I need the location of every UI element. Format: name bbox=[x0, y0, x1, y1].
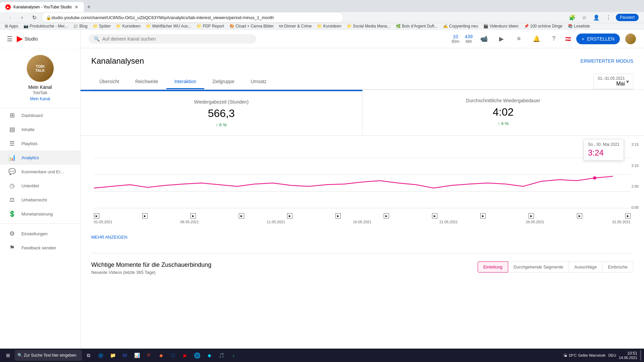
video-marker-5[interactable]: ▶ bbox=[287, 213, 292, 219]
bookmark-blog[interactable]: 📰 Blog bbox=[71, 23, 89, 29]
video-marker-9[interactable]: ▶ bbox=[480, 213, 486, 219]
search-input[interactable] bbox=[102, 36, 251, 42]
bookmark-cload[interactable]: 🎨 Cload + Canva Bilder bbox=[227, 23, 276, 29]
bookmark-copywriting[interactable]: ✍ Copywriting neu bbox=[441, 23, 480, 29]
video-marker-8[interactable]: ▶ bbox=[432, 213, 437, 219]
app7-taskbar-button[interactable]: ▶ bbox=[180, 350, 191, 361]
mehr-anzeigen-link[interactable]: MEHR ANZEIGEN bbox=[91, 229, 633, 245]
video-marker-3[interactable]: ▶ bbox=[191, 213, 196, 219]
help-button[interactable]: ? bbox=[548, 33, 560, 45]
sidebar: ☰ ▶ Studio TOBITALK Mein Kanal TobiTalk … bbox=[0, 29, 80, 362]
bookmark-leseliste[interactable]: 📚 Leseliste bbox=[566, 23, 592, 29]
top-bar-right: 10 60m 439 48h 📹 ▶ ≡ 🔔 ? 🇦🇹 + bbox=[451, 33, 636, 45]
tab-zielgruppe[interactable]: Zielgruppe bbox=[204, 75, 243, 89]
tab-umsatz[interactable]: Umsatz bbox=[243, 75, 274, 89]
page-title: Kanalanalysen bbox=[91, 56, 144, 66]
app6-taskbar-button[interactable]: ⬡ bbox=[168, 350, 178, 361]
bookmark-100[interactable]: 📌 100 schöne Dinge bbox=[522, 23, 565, 29]
go-live-button[interactable]: ▶ bbox=[495, 33, 507, 45]
word-taskbar-button[interactable]: W bbox=[119, 350, 130, 361]
profile-button[interactable]: 👤 bbox=[592, 13, 601, 22]
tab-ubersicht[interactable]: Übersicht bbox=[91, 75, 127, 89]
new-tab-button[interactable]: + bbox=[84, 2, 94, 12]
bookmark-apps[interactable]: ⊞ Apps bbox=[3, 23, 20, 29]
sidebar-item-kommentare[interactable]: 💬 Kommentare und Er... bbox=[0, 165, 80, 179]
stat-item-2: 439 48h bbox=[465, 34, 473, 44]
edge-taskbar-button[interactable]: ⊕ bbox=[95, 350, 106, 361]
metric-card-wiedergabezeit[interactable]: Wiedergabezeit (Stunden) 566,3 ↑ 6 % bbox=[80, 90, 363, 135]
extensions-button[interactable]: 🧩 bbox=[568, 13, 577, 22]
explorer-taskbar-button[interactable]: 📁 bbox=[107, 350, 118, 361]
channel-name: Mein Kanal bbox=[28, 84, 52, 90]
bookmark-spaeter[interactable]: 📁 Später bbox=[91, 23, 113, 29]
powerpoint-taskbar-button[interactable]: P bbox=[144, 350, 154, 361]
metric-card-wiedergabedauer[interactable]: Durchschnittliche Wiedergabedauer 4:02 ↑… bbox=[363, 90, 644, 135]
sidebar-item-feedback[interactable]: ⚑ Feedback senden bbox=[0, 241, 80, 255]
channel-link[interactable]: Mein Kanal bbox=[30, 97, 50, 101]
sidebar-item-inhalte[interactable]: ▤ Inhalte bbox=[0, 122, 80, 136]
task-view-button[interactable]: ⧉ bbox=[83, 350, 94, 361]
excel-taskbar-button[interactable]: 📊 bbox=[131, 350, 142, 361]
bookmark-kursideen2[interactable]: 📁 Kursideen bbox=[315, 23, 343, 29]
moment-tab-einleitung[interactable]: Einleitung bbox=[478, 261, 508, 273]
post-button[interactable]: ≡ bbox=[513, 33, 525, 45]
video-marker-12[interactable]: ▶ bbox=[625, 213, 631, 219]
back-button[interactable]: ‹ bbox=[5, 13, 15, 22]
search-taskbar-button[interactable]: 🔍 Zur Suche Text hier eingeben bbox=[15, 350, 82, 361]
browser-tab[interactable]: ▶ Kanalanalysen - YouTube Studio ✕ bbox=[0, 2, 84, 12]
bookmark-bois[interactable]: 🌿 Bois d'Argent Duft... bbox=[394, 23, 440, 29]
video-marker-11[interactable]: ▶ bbox=[577, 213, 582, 219]
bookmark-social[interactable]: 📁 Social Media Mana... bbox=[345, 23, 392, 29]
show-desktop-button[interactable] bbox=[640, 350, 641, 361]
video-marker-2[interactable]: ▶ bbox=[142, 213, 148, 219]
chrome-taskbar-button[interactable]: 🌐 bbox=[192, 350, 203, 361]
sidebar-item-untertitel[interactable]: ◷ Untertitel bbox=[0, 179, 80, 193]
address-bar[interactable]: 🔒 studio.youtube.com/channel/UC6N5u-OiGz… bbox=[42, 12, 343, 23]
bookmark-button[interactable]: ☆ bbox=[580, 13, 589, 22]
bookmark-videokurs[interactable]: 🎬 Videokurs Ideen bbox=[481, 23, 521, 29]
metric-change-2: ↑ 4 % bbox=[371, 121, 636, 126]
moment-tab-durchgehende[interactable]: Durchgehende Segmente bbox=[508, 261, 569, 273]
forward-button[interactable]: › bbox=[17, 13, 27, 22]
bookmark-produktsuche[interactable]: 📷 Produktsuche - Mer... bbox=[21, 23, 70, 29]
bookmark-kursideen1[interactable]: 📁 Kursideen bbox=[114, 23, 142, 29]
bookmark-pdf[interactable]: 📁 PDF Report bbox=[195, 23, 226, 29]
app10-taskbar-button[interactable]: 🎵 bbox=[216, 350, 227, 361]
avatar[interactable]: TOBITALK bbox=[27, 55, 54, 82]
video-marker-10[interactable]: ▶ bbox=[529, 213, 534, 219]
notifications-button[interactable]: 🔔 bbox=[530, 33, 542, 45]
start-button[interactable]: ⊞ bbox=[3, 350, 13, 361]
spotify-taskbar-button[interactable]: ♪ bbox=[228, 350, 239, 361]
tab-close-button[interactable]: ✕ bbox=[74, 4, 78, 10]
sidebar-item-urheberrecht[interactable]: ⚖ Urheberrecht bbox=[0, 193, 80, 207]
video-marker-1[interactable]: ▶ bbox=[94, 213, 99, 219]
hamburger-menu[interactable]: ☰ bbox=[5, 34, 14, 44]
metric-change-1: ↑ 6 % bbox=[89, 122, 354, 127]
x-label-7: 31.05.2021 bbox=[612, 220, 631, 224]
sidebar-item-monetarisierung[interactable]: 💲 Monetarisierung bbox=[0, 207, 80, 221]
extended-mode-button[interactable]: ERWEITERTER MODUS bbox=[581, 58, 633, 64]
video-upload-button[interactable]: 📹 bbox=[478, 33, 490, 45]
video-marker-4[interactable]: ▶ bbox=[239, 213, 244, 219]
menu-button[interactable]: ⋮ bbox=[604, 13, 613, 22]
video-marker-6[interactable]: ▶ bbox=[335, 213, 341, 219]
refresh-button[interactable]: ↻ bbox=[30, 13, 39, 22]
sidebar-item-dashboard[interactable]: ⊞ Dashboard bbox=[0, 108, 80, 122]
chart-svg bbox=[94, 141, 631, 208]
user-avatar-button[interactable] bbox=[625, 34, 636, 44]
sidebar-item-analytics[interactable]: 📊 Analytics bbox=[0, 150, 80, 165]
sidebar-item-playlists[interactable]: ☰ Playlists bbox=[0, 136, 80, 150]
bookmark-dinner[interactable]: 🍽 Dinner & Crime bbox=[277, 23, 314, 29]
pausiert-button[interactable]: Pausiert bbox=[616, 14, 639, 21]
bookmark-wahlfaecher[interactable]: 📁 Wahlfächer WU Aus... bbox=[144, 23, 193, 29]
date-dropdown[interactable]: 01.-31.05.2021 Mai ▾ bbox=[593, 74, 633, 89]
create-button[interactable]: + ERSTELLEN bbox=[576, 34, 620, 44]
tab-reichweite[interactable]: Reichweite bbox=[127, 75, 166, 89]
app5-taskbar-button[interactable]: ◆ bbox=[156, 350, 166, 361]
app9-taskbar-button[interactable]: ◆ bbox=[204, 350, 215, 361]
moment-tab-ausschlaege[interactable]: Ausschläge bbox=[569, 261, 602, 273]
moment-tab-einbrueche[interactable]: Einbrüche bbox=[602, 261, 633, 273]
sidebar-item-einstellungen[interactable]: ⚙ Einstellungen bbox=[0, 227, 80, 241]
tab-interaktion[interactable]: Interaktion bbox=[166, 75, 204, 89]
video-marker-7[interactable]: ▶ bbox=[384, 213, 389, 219]
